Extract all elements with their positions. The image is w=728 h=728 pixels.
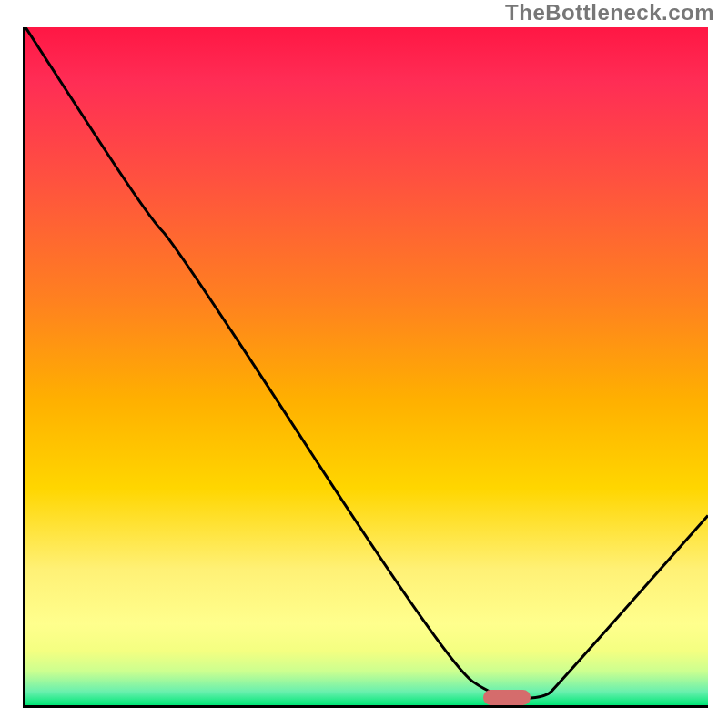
optimal-marker bbox=[483, 690, 531, 705]
bottleneck-curve-path bbox=[25, 27, 708, 699]
watermark-text: TheBottleneck.com bbox=[505, 0, 714, 25]
chart-container: TheBottleneck.com bbox=[0, 0, 728, 728]
plot-area bbox=[23, 27, 708, 708]
curve-svg bbox=[25, 27, 708, 705]
